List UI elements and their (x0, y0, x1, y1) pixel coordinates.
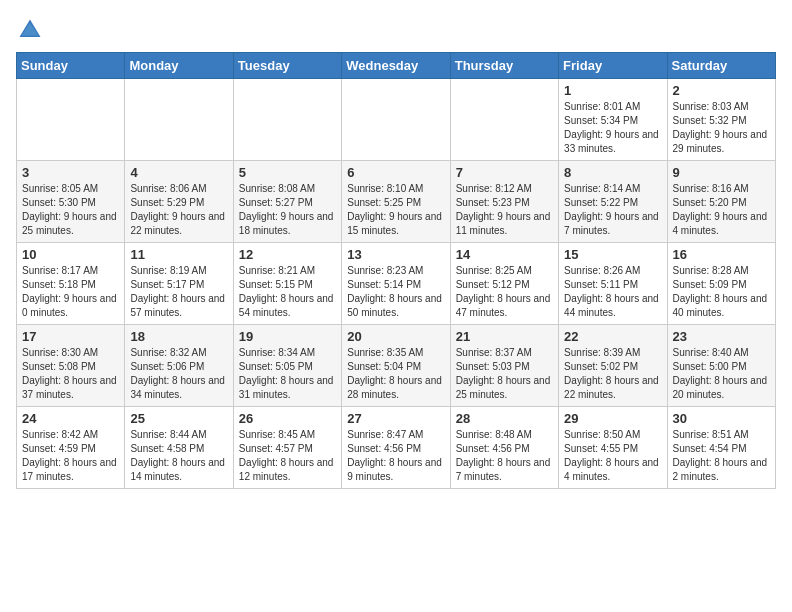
day-number: 20 (347, 329, 444, 344)
day-number: 16 (673, 247, 770, 262)
day-cell: 11Sunrise: 8:19 AM Sunset: 5:17 PM Dayli… (125, 243, 233, 325)
day-cell: 16Sunrise: 8:28 AM Sunset: 5:09 PM Dayli… (667, 243, 775, 325)
day-cell: 25Sunrise: 8:44 AM Sunset: 4:58 PM Dayli… (125, 407, 233, 489)
day-info: Sunrise: 8:34 AM Sunset: 5:05 PM Dayligh… (239, 346, 336, 402)
day-cell: 4Sunrise: 8:06 AM Sunset: 5:29 PM Daylig… (125, 161, 233, 243)
day-number: 5 (239, 165, 336, 180)
day-cell: 13Sunrise: 8:23 AM Sunset: 5:14 PM Dayli… (342, 243, 450, 325)
calendar-table: SundayMondayTuesdayWednesdayThursdayFrid… (16, 52, 776, 489)
day-number: 9 (673, 165, 770, 180)
day-number: 21 (456, 329, 553, 344)
day-cell: 20Sunrise: 8:35 AM Sunset: 5:04 PM Dayli… (342, 325, 450, 407)
day-info: Sunrise: 8:12 AM Sunset: 5:23 PM Dayligh… (456, 182, 553, 238)
day-number: 26 (239, 411, 336, 426)
day-cell: 22Sunrise: 8:39 AM Sunset: 5:02 PM Dayli… (559, 325, 667, 407)
col-header-monday: Monday (125, 53, 233, 79)
day-number: 15 (564, 247, 661, 262)
day-number: 6 (347, 165, 444, 180)
day-info: Sunrise: 8:19 AM Sunset: 5:17 PM Dayligh… (130, 264, 227, 320)
day-info: Sunrise: 8:08 AM Sunset: 5:27 PM Dayligh… (239, 182, 336, 238)
day-cell: 23Sunrise: 8:40 AM Sunset: 5:00 PM Dayli… (667, 325, 775, 407)
day-cell: 28Sunrise: 8:48 AM Sunset: 4:56 PM Dayli… (450, 407, 558, 489)
day-cell (125, 79, 233, 161)
col-header-saturday: Saturday (667, 53, 775, 79)
day-info: Sunrise: 8:17 AM Sunset: 5:18 PM Dayligh… (22, 264, 119, 320)
week-row-3: 10Sunrise: 8:17 AM Sunset: 5:18 PM Dayli… (17, 243, 776, 325)
day-cell: 21Sunrise: 8:37 AM Sunset: 5:03 PM Dayli… (450, 325, 558, 407)
col-header-sunday: Sunday (17, 53, 125, 79)
day-info: Sunrise: 8:10 AM Sunset: 5:25 PM Dayligh… (347, 182, 444, 238)
day-cell: 12Sunrise: 8:21 AM Sunset: 5:15 PM Dayli… (233, 243, 341, 325)
day-number: 12 (239, 247, 336, 262)
day-cell: 30Sunrise: 8:51 AM Sunset: 4:54 PM Dayli… (667, 407, 775, 489)
week-row-1: 1Sunrise: 8:01 AM Sunset: 5:34 PM Daylig… (17, 79, 776, 161)
day-cell: 18Sunrise: 8:32 AM Sunset: 5:06 PM Dayli… (125, 325, 233, 407)
col-header-wednesday: Wednesday (342, 53, 450, 79)
day-info: Sunrise: 8:16 AM Sunset: 5:20 PM Dayligh… (673, 182, 770, 238)
day-number: 10 (22, 247, 119, 262)
day-info: Sunrise: 8:51 AM Sunset: 4:54 PM Dayligh… (673, 428, 770, 484)
day-cell: 3Sunrise: 8:05 AM Sunset: 5:30 PM Daylig… (17, 161, 125, 243)
day-cell: 29Sunrise: 8:50 AM Sunset: 4:55 PM Dayli… (559, 407, 667, 489)
week-row-4: 17Sunrise: 8:30 AM Sunset: 5:08 PM Dayli… (17, 325, 776, 407)
day-cell: 6Sunrise: 8:10 AM Sunset: 5:25 PM Daylig… (342, 161, 450, 243)
day-info: Sunrise: 8:47 AM Sunset: 4:56 PM Dayligh… (347, 428, 444, 484)
day-cell: 19Sunrise: 8:34 AM Sunset: 5:05 PM Dayli… (233, 325, 341, 407)
day-number: 1 (564, 83, 661, 98)
day-cell: 8Sunrise: 8:14 AM Sunset: 5:22 PM Daylig… (559, 161, 667, 243)
day-info: Sunrise: 8:25 AM Sunset: 5:12 PM Dayligh… (456, 264, 553, 320)
day-info: Sunrise: 8:40 AM Sunset: 5:00 PM Dayligh… (673, 346, 770, 402)
day-number: 19 (239, 329, 336, 344)
day-info: Sunrise: 8:23 AM Sunset: 5:14 PM Dayligh… (347, 264, 444, 320)
day-cell: 10Sunrise: 8:17 AM Sunset: 5:18 PM Dayli… (17, 243, 125, 325)
day-number: 27 (347, 411, 444, 426)
calendar-header-row: SundayMondayTuesdayWednesdayThursdayFrid… (17, 53, 776, 79)
day-info: Sunrise: 8:39 AM Sunset: 5:02 PM Dayligh… (564, 346, 661, 402)
day-number: 3 (22, 165, 119, 180)
day-number: 23 (673, 329, 770, 344)
day-number: 4 (130, 165, 227, 180)
day-info: Sunrise: 8:06 AM Sunset: 5:29 PM Dayligh… (130, 182, 227, 238)
day-number: 2 (673, 83, 770, 98)
col-header-friday: Friday (559, 53, 667, 79)
day-info: Sunrise: 8:03 AM Sunset: 5:32 PM Dayligh… (673, 100, 770, 156)
day-number: 22 (564, 329, 661, 344)
day-number: 30 (673, 411, 770, 426)
logo-icon (16, 16, 44, 44)
day-info: Sunrise: 8:44 AM Sunset: 4:58 PM Dayligh… (130, 428, 227, 484)
logo (16, 16, 48, 44)
page-header (16, 16, 776, 44)
day-number: 7 (456, 165, 553, 180)
day-info: Sunrise: 8:30 AM Sunset: 5:08 PM Dayligh… (22, 346, 119, 402)
day-number: 28 (456, 411, 553, 426)
day-cell: 17Sunrise: 8:30 AM Sunset: 5:08 PM Dayli… (17, 325, 125, 407)
day-info: Sunrise: 8:05 AM Sunset: 5:30 PM Dayligh… (22, 182, 119, 238)
day-number: 11 (130, 247, 227, 262)
day-cell: 5Sunrise: 8:08 AM Sunset: 5:27 PM Daylig… (233, 161, 341, 243)
day-number: 17 (22, 329, 119, 344)
day-number: 25 (130, 411, 227, 426)
day-cell: 2Sunrise: 8:03 AM Sunset: 5:32 PM Daylig… (667, 79, 775, 161)
day-info: Sunrise: 8:21 AM Sunset: 5:15 PM Dayligh… (239, 264, 336, 320)
day-cell: 24Sunrise: 8:42 AM Sunset: 4:59 PM Dayli… (17, 407, 125, 489)
day-cell: 9Sunrise: 8:16 AM Sunset: 5:20 PM Daylig… (667, 161, 775, 243)
week-row-2: 3Sunrise: 8:05 AM Sunset: 5:30 PM Daylig… (17, 161, 776, 243)
day-info: Sunrise: 8:35 AM Sunset: 5:04 PM Dayligh… (347, 346, 444, 402)
day-number: 29 (564, 411, 661, 426)
day-number: 13 (347, 247, 444, 262)
day-info: Sunrise: 8:42 AM Sunset: 4:59 PM Dayligh… (22, 428, 119, 484)
day-number: 24 (22, 411, 119, 426)
day-info: Sunrise: 8:48 AM Sunset: 4:56 PM Dayligh… (456, 428, 553, 484)
day-cell (233, 79, 341, 161)
day-cell (342, 79, 450, 161)
day-cell: 1Sunrise: 8:01 AM Sunset: 5:34 PM Daylig… (559, 79, 667, 161)
day-info: Sunrise: 8:28 AM Sunset: 5:09 PM Dayligh… (673, 264, 770, 320)
col-header-thursday: Thursday (450, 53, 558, 79)
day-info: Sunrise: 8:45 AM Sunset: 4:57 PM Dayligh… (239, 428, 336, 484)
day-cell (450, 79, 558, 161)
day-cell: 26Sunrise: 8:45 AM Sunset: 4:57 PM Dayli… (233, 407, 341, 489)
day-cell: 14Sunrise: 8:25 AM Sunset: 5:12 PM Dayli… (450, 243, 558, 325)
day-info: Sunrise: 8:50 AM Sunset: 4:55 PM Dayligh… (564, 428, 661, 484)
day-cell: 7Sunrise: 8:12 AM Sunset: 5:23 PM Daylig… (450, 161, 558, 243)
day-number: 14 (456, 247, 553, 262)
